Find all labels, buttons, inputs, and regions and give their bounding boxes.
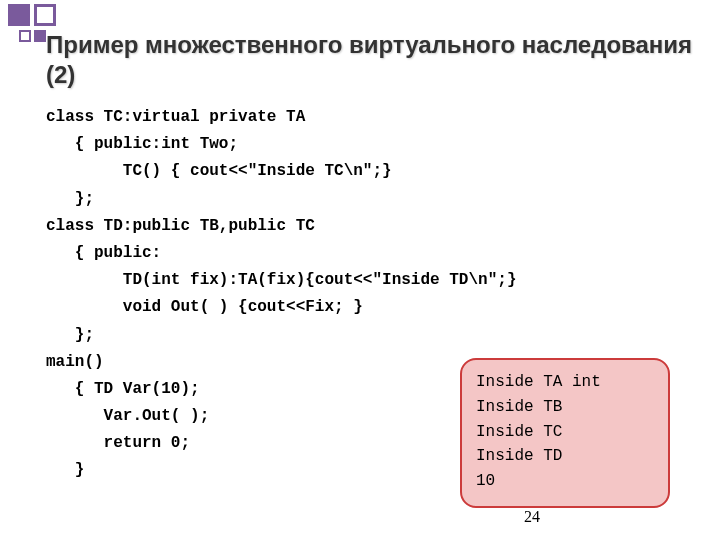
page-number: 24	[524, 508, 540, 526]
code-block: class TC:virtual private TA { public:int…	[46, 104, 710, 485]
slide-content: Пример множественного виртуального насле…	[0, 0, 720, 485]
slide-title: Пример множественного виртуального насле…	[46, 30, 710, 90]
